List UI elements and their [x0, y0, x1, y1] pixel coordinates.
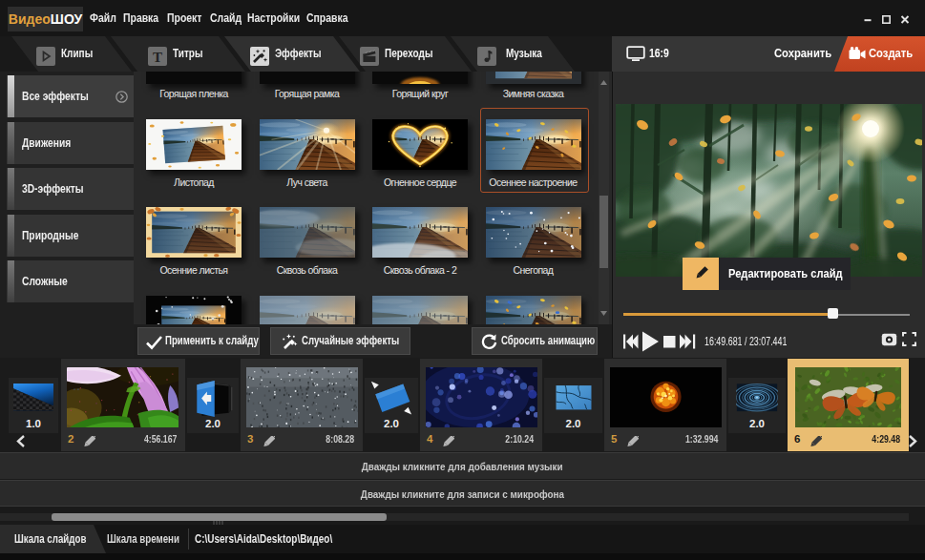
svg-text:T: T [153, 50, 162, 65]
